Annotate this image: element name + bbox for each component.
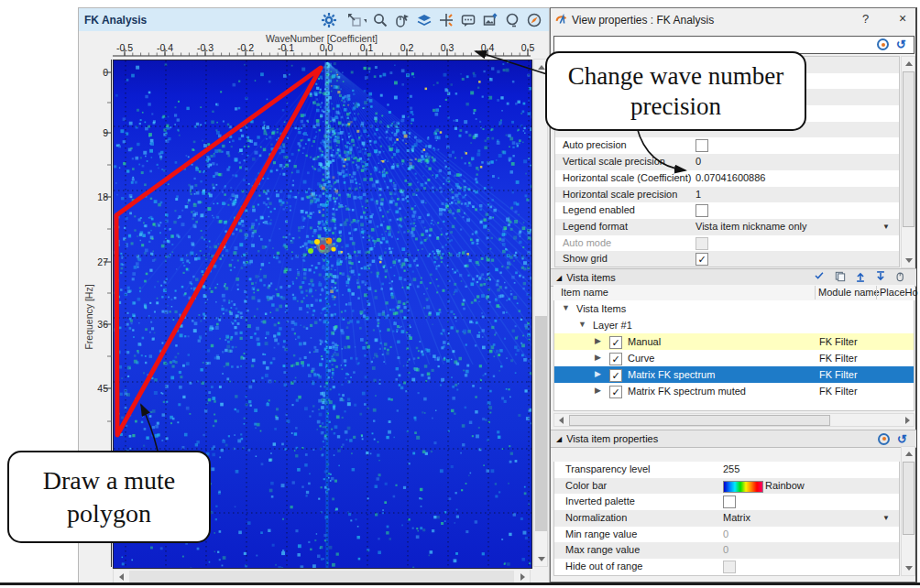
copy-icon[interactable] — [834, 270, 847, 285]
item-property-min-range-value[interactable]: Min range value0 — [554, 527, 899, 543]
property-value[interactable]: 255 — [723, 463, 739, 474]
property-row-legend-enabled[interactable]: Legend enabled — [555, 202, 899, 219]
y-tick-label: 9 — [84, 127, 108, 138]
checkbox-unchecked[interactable] — [695, 139, 708, 152]
scroll-up-icon[interactable] — [905, 61, 913, 66]
property-row-auto-mode[interactable]: Auto mode — [555, 235, 899, 252]
checkbox-unchecked[interactable] — [723, 495, 736, 508]
horizontal-scrollbar-thumb[interactable] — [129, 571, 514, 583]
property-value[interactable]: 0.07041600886 — [695, 172, 765, 183]
item-checkbox-checked[interactable]: ✓ — [609, 386, 622, 398]
plot-vertical-scrollbar[interactable] — [533, 59, 548, 567]
vista-items-section-header[interactable]: ◢ Vista items — [551, 268, 916, 287]
column-item-name[interactable]: Item name — [561, 287, 608, 298]
scroll-left-icon[interactable] — [559, 417, 564, 424]
fk-window-title: FK Analysis — [79, 14, 147, 27]
scroll-up-icon[interactable] — [905, 452, 913, 456]
dropdown-caret-icon[interactable]: ▼ — [882, 223, 890, 231]
item-property-normalization[interactable]: NormalizationMatrix▼ — [554, 510, 899, 527]
vista-items-scrollbar[interactable] — [553, 413, 915, 427]
item-property-max-range-value[interactable]: Max range value0 — [554, 542, 899, 559]
vertical-scrollbar-thumb[interactable] — [535, 316, 547, 531]
tree-item-matrix-fk-spectrum[interactable]: ▶✓Matrix FK spectrumFK Filter — [554, 366, 914, 383]
column-placeholder[interactable]: PlaceHo — [880, 287, 918, 298]
property-row-auto-precision[interactable]: Auto precision — [555, 137, 899, 154]
scroll-down-icon[interactable] — [905, 566, 913, 571]
vista-items-table-header[interactable]: Item name Module name PlaceHo — [553, 285, 915, 301]
property-row-show-grid[interactable]: Show grid✓ — [555, 251, 899, 267]
item-properties-scrollbar[interactable] — [901, 446, 915, 576]
zoom-region-icon[interactable] — [503, 11, 521, 29]
dropdown-caret-icon[interactable]: ▼ — [882, 514, 890, 522]
tree-item-matrix-fk-spectrum-muted[interactable]: ▶✓Matrix FK spectrum mutedFK Filter — [554, 383, 914, 399]
item-checkbox-checked[interactable]: ✓ — [609, 353, 622, 365]
property-label: Legend enabled — [563, 204, 635, 215]
download-icon[interactable] — [874, 270, 887, 285]
property-value[interactable]: 1 — [695, 189, 701, 200]
tree-item-manual[interactable]: ▶✓ManualFK Filter — [554, 333, 914, 350]
tree-item-curve[interactable]: ▶✓CurveFK Filter — [554, 350, 914, 366]
tree-item-vista-items[interactable]: ▼Vista Items — [554, 300, 914, 317]
close-button[interactable]: × — [899, 11, 906, 26]
expander-collapsed-icon[interactable]: ▶ — [595, 386, 601, 395]
compass-icon[interactable] — [525, 11, 543, 29]
item-property-color-bar[interactable]: Color barRainbow — [554, 478, 899, 495]
vista-scrollbar-thumb[interactable] — [569, 415, 830, 426]
upload-icon[interactable] — [854, 270, 867, 285]
apply-target-icon[interactable] — [878, 433, 890, 445]
tree-item-layer-1[interactable]: ▼Layer #1 — [554, 317, 914, 333]
item-checkbox-checked[interactable]: ✓ — [609, 369, 622, 382]
scroll-right-icon[interactable] — [520, 573, 525, 581]
comment-icon[interactable] — [459, 11, 477, 29]
undo-icon[interactable]: ↺ — [897, 433, 907, 445]
expander-collapsed-icon[interactable]: ▶ — [595, 353, 601, 362]
property-value[interactable]: Matrix — [723, 512, 750, 523]
scroll-down-icon[interactable] — [538, 557, 545, 561]
item-property-inverted-palette[interactable]: Inverted palette — [554, 494, 899, 510]
checkbox-unchecked[interactable] — [695, 204, 708, 217]
x-tick-label: -0.5 — [109, 42, 140, 53]
check-icon[interactable] — [814, 270, 827, 285]
expander-collapsed-icon[interactable]: ▶ — [595, 369, 601, 378]
y-tick-label: 36 — [84, 319, 108, 330]
plot-horizontal-scrollbar[interactable] — [113, 569, 531, 583]
mouse-icon[interactable] — [894, 270, 907, 285]
scroll-right-icon[interactable] — [905, 417, 910, 424]
zoom-magnifier-icon[interactable] — [371, 11, 389, 29]
property-value[interactable]: 0 — [723, 528, 728, 539]
item-property-transparency-level[interactable]: Transparency level255 — [554, 462, 899, 478]
apply-target-icon[interactable] — [877, 38, 889, 50]
checkbox-checked[interactable]: ✓ — [695, 253, 708, 266]
item-checkbox-checked[interactable]: ✓ — [609, 336, 622, 349]
help-button[interactable]: ? — [862, 12, 869, 26]
undo-icon[interactable]: ↺ — [896, 38, 906, 50]
property-value[interactable]: Vista item nickname only — [695, 221, 806, 232]
mouse-select-icon[interactable] — [393, 11, 411, 29]
scroll-left-icon[interactable] — [119, 573, 124, 581]
property-value[interactable]: 0 — [695, 156, 701, 167]
expander-expanded-icon[interactable]: ▼ — [562, 303, 570, 312]
scroll-down-icon[interactable] — [905, 258, 913, 263]
fit-view-icon[interactable] — [342, 11, 367, 29]
property-row-vertical-scale-precision[interactable]: Vertical scale precision0 — [555, 154, 899, 170]
scroll-up-icon[interactable] — [538, 65, 545, 70]
vista-items-tree: ▼Vista Items▼Layer #1▶✓ManualFK Filter▶✓… — [553, 300, 915, 411]
vista-item-properties-header[interactable]: ◢ Vista item properties ↺ — [551, 430, 916, 448]
property-value[interactable]: 0 — [723, 544, 728, 555]
properties-titlebar: View properties : FK Analysis ? × — [551, 8, 915, 32]
rainbow-colorbar-swatch[interactable] — [723, 481, 763, 493]
properties-scrollbar-thumb[interactable] — [903, 71, 915, 227]
property-row-horizontal-scale-precision[interactable]: Horizontal scale precision1 — [555, 187, 899, 203]
expander-expanded-icon[interactable]: ▼ — [578, 320, 586, 329]
item-property-hide-out-of-range[interactable]: Hide out of range — [554, 559, 899, 575]
properties-scrollbar[interactable] — [901, 56, 915, 268]
column-module-name[interactable]: Module name — [818, 287, 880, 298]
crosshair-icon[interactable] — [437, 11, 455, 29]
layers-icon[interactable] — [415, 11, 433, 29]
expander-collapsed-icon[interactable]: ▶ — [595, 336, 601, 345]
settings-gear-icon[interactable] — [320, 11, 338, 29]
export-image-icon[interactable] — [481, 11, 499, 29]
property-row-horizontal-scale-coefficient-[interactable]: Horizontal scale (Coefficient)0.07041600… — [555, 170, 899, 187]
property-row-legend-format[interactable]: Legend formatVista item nickname only▼ — [555, 219, 899, 235]
item-properties-scrollbar-thumb[interactable] — [903, 462, 915, 535]
